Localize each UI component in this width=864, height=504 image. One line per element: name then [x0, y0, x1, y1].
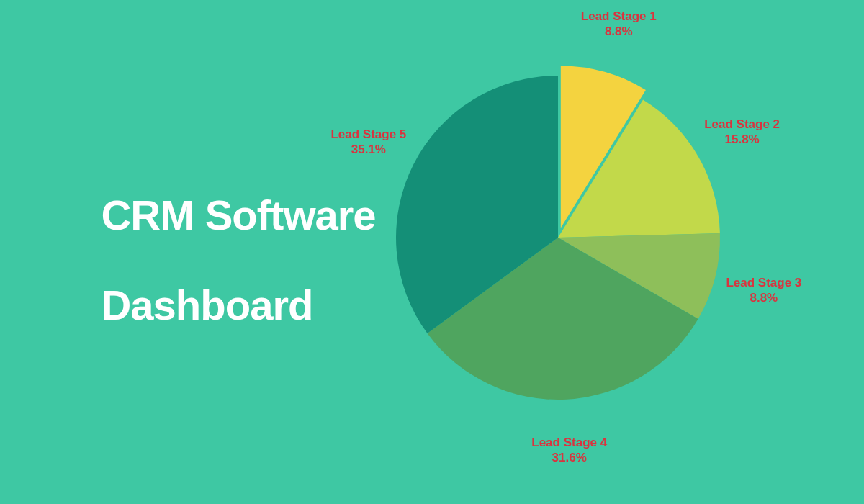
- pie-label-3: Lead Stage 38.8%: [726, 275, 801, 306]
- pie-label-value: 35.1%: [330, 142, 406, 157]
- pie-label-name: Lead Stage 4: [531, 434, 607, 449]
- pie-label-2: Lead Stage 215.8%: [704, 117, 780, 148]
- pie-label-value: 15.8%: [704, 132, 780, 147]
- pie-label-value: 8.8%: [581, 24, 657, 39]
- pie-label-name: Lead Stage 5: [330, 126, 406, 141]
- pie-label-name: Lead Stage 2: [704, 117, 780, 132]
- pie-label-name: Lead Stage 3: [726, 275, 801, 290]
- dashboard-stage: CRM Software Dashboard Lead Stage 18.8%L…: [0, 0, 864, 504]
- page-title: CRM Software Dashboard: [58, 148, 376, 373]
- pie-label-5: Lead Stage 535.1%: [330, 126, 406, 157]
- pie-label-value: 8.8%: [726, 290, 801, 305]
- title-line-1: CRM Software: [101, 192, 375, 238]
- pie-chart: [383, 63, 733, 413]
- divider-line: [58, 467, 806, 467]
- pie-label-4: Lead Stage 431.6%: [531, 434, 607, 465]
- title-line-2: Dashboard: [101, 282, 312, 328]
- pie-label-value: 31.6%: [531, 450, 607, 465]
- pie-label-name: Lead Stage 1: [581, 8, 657, 23]
- pie-label-1: Lead Stage 18.8%: [581, 8, 657, 39]
